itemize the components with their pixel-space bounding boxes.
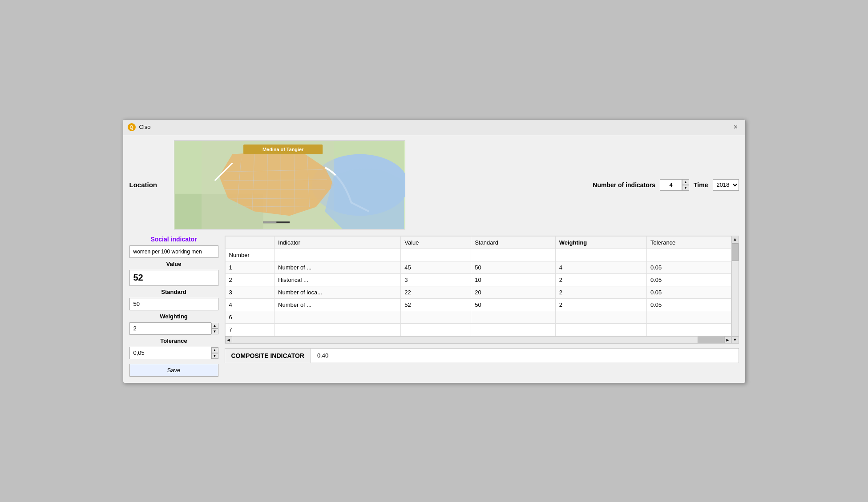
num-indicators-spinner-buttons: ▲ ▼ bbox=[682, 179, 689, 191]
data-table: Indicator Value Standard Weighting Toler… bbox=[225, 236, 731, 336]
scrollbar-thumb[interactable] bbox=[732, 243, 739, 261]
cell-weighting bbox=[555, 323, 646, 336]
cell-indicator bbox=[275, 323, 401, 336]
cell-value: 45 bbox=[401, 261, 471, 273]
main-body: Social indicator women per 100 working m… bbox=[129, 236, 739, 377]
cell-tolerance bbox=[646, 323, 731, 336]
cell-tolerance: 0.05 bbox=[646, 273, 731, 286]
table-with-scrollbar: Indicator Value Standard Weighting Toler… bbox=[225, 236, 739, 344]
right-table-area: Indicator Value Standard Weighting Toler… bbox=[225, 236, 739, 377]
tolerance-down[interactable]: ▼ bbox=[211, 353, 218, 359]
num-indicators-up[interactable]: ▲ bbox=[682, 179, 689, 185]
table-row[interactable]: 6 bbox=[225, 311, 731, 323]
horizontal-scrollbar: ◄ ► bbox=[225, 336, 731, 343]
col-header-indicator: Indicator bbox=[275, 236, 401, 249]
weighting-row: 2 ▲ ▼ bbox=[129, 322, 218, 335]
col-header-value: Value bbox=[401, 236, 471, 249]
cell-value bbox=[401, 323, 471, 336]
cell-value bbox=[401, 311, 471, 323]
close-button[interactable]: × bbox=[731, 122, 741, 132]
cell-weighting: 2 bbox=[555, 273, 646, 286]
cell-num: 7 bbox=[225, 323, 275, 336]
num-indicators-down[interactable]: ▼ bbox=[682, 185, 689, 191]
main-window: Q Clso × Location bbox=[123, 119, 746, 383]
cell-indicator: Number of ... bbox=[275, 298, 401, 311]
cell-value: 22 bbox=[401, 286, 471, 298]
col-header-standard: Standard bbox=[471, 236, 556, 249]
num-indicators-input[interactable] bbox=[660, 179, 682, 191]
value-display: 52 bbox=[129, 270, 218, 286]
cell-tolerance bbox=[646, 249, 731, 261]
weighting-spinner: ▲ ▼ bbox=[211, 323, 218, 334]
cell-weighting bbox=[555, 311, 646, 323]
cell-tolerance bbox=[646, 311, 731, 323]
location-label: Location bbox=[129, 181, 165, 189]
cell-indicator: Historical ... bbox=[275, 273, 401, 286]
cell-value: 3 bbox=[401, 273, 471, 286]
table-row[interactable]: 2Historical ...31020.05 bbox=[225, 273, 731, 286]
scrollbar-down[interactable]: ▼ bbox=[732, 336, 739, 343]
col-header-weighting: Weighting bbox=[555, 236, 646, 249]
cell-num: 6 bbox=[225, 311, 275, 323]
composite-row: COMPOSITE INDICATOR 0.40 bbox=[225, 348, 739, 363]
cell-indicator bbox=[275, 249, 401, 261]
tolerance-spinner: ▲ ▼ bbox=[211, 347, 218, 359]
cell-weighting bbox=[555, 249, 646, 261]
cell-standard bbox=[471, 249, 556, 261]
cell-value bbox=[401, 249, 471, 261]
time-label: Time bbox=[694, 181, 708, 189]
cell-num: 3 bbox=[225, 286, 275, 298]
standard-input[interactable]: 50 bbox=[129, 298, 218, 310]
cell-weighting: 2 bbox=[555, 298, 646, 311]
save-button[interactable]: Save bbox=[129, 364, 218, 377]
cell-indicator bbox=[275, 311, 401, 323]
value-label: Value bbox=[129, 261, 218, 267]
svg-text:Medina of Tangier: Medina of Tangier bbox=[262, 146, 304, 152]
time-select[interactable]: 2018 2017 2016 bbox=[713, 179, 739, 191]
cell-value: 52 bbox=[401, 298, 471, 311]
table-row[interactable]: Number bbox=[225, 249, 731, 261]
scrollbar-track bbox=[732, 243, 739, 336]
cell-tolerance: 0.05 bbox=[646, 261, 731, 273]
map-container: Medina of Tangier bbox=[174, 141, 405, 229]
col-header-tolerance: Tolerance bbox=[646, 236, 731, 249]
tolerance-up[interactable]: ▲ bbox=[211, 347, 218, 353]
cell-tolerance: 0.05 bbox=[646, 298, 731, 311]
tolerance-row: 0,05 ▲ ▼ bbox=[129, 347, 218, 359]
weighting-down[interactable]: ▼ bbox=[211, 329, 218, 334]
cell-standard: 10 bbox=[471, 273, 556, 286]
cell-standard: 20 bbox=[471, 286, 556, 298]
scroll-thumb[interactable] bbox=[698, 337, 724, 343]
title-bar-left: Q Clso bbox=[128, 123, 151, 131]
top-section: Location bbox=[129, 141, 739, 229]
cell-weighting: 4 bbox=[555, 261, 646, 273]
top-right-controls: Number of indicators ▲ ▼ Time 2018 2017 … bbox=[593, 179, 739, 191]
weighting-input[interactable]: 2 bbox=[129, 322, 211, 335]
tolerance-input[interactable]: 0,05 bbox=[129, 347, 211, 359]
left-panel: Social indicator women per 100 working m… bbox=[129, 236, 218, 377]
cell-weighting: 2 bbox=[555, 286, 646, 298]
scroll-right-arrow[interactable]: ► bbox=[724, 336, 731, 343]
map-svg: Medina of Tangier bbox=[174, 141, 405, 229]
content-area: Location bbox=[123, 135, 745, 383]
table-scroll-area: Indicator Value Standard Weighting Toler… bbox=[225, 236, 732, 344]
table-row[interactable]: 7 bbox=[225, 323, 731, 336]
cell-indicator: Number of loca... bbox=[275, 286, 401, 298]
scroll-left-arrow[interactable]: ◄ bbox=[225, 336, 232, 343]
cell-num: 2 bbox=[225, 273, 275, 286]
composite-label: COMPOSITE INDICATOR bbox=[225, 349, 311, 363]
composite-value: 0.40 bbox=[311, 349, 739, 362]
svg-rect-17 bbox=[263, 221, 276, 223]
scrollbar-up[interactable]: ▲ bbox=[732, 236, 739, 243]
window-title: Clso bbox=[139, 124, 151, 130]
table-row[interactable]: 3Number of loca...222020.05 bbox=[225, 286, 731, 298]
table-row[interactable]: 4Number of ...525020.05 bbox=[225, 298, 731, 311]
cell-indicator: Number of ... bbox=[275, 261, 401, 273]
cell-standard bbox=[471, 311, 556, 323]
table-row[interactable]: 1Number of ...455040.05 bbox=[225, 261, 731, 273]
weighting-up[interactable]: ▲ bbox=[211, 323, 218, 329]
social-indicator-title: Social indicator bbox=[129, 236, 218, 243]
num-indicators-spinner[interactable]: ▲ ▼ bbox=[660, 179, 689, 191]
title-bar: Q Clso × bbox=[123, 120, 745, 135]
qgis-icon: Q bbox=[128, 123, 136, 131]
